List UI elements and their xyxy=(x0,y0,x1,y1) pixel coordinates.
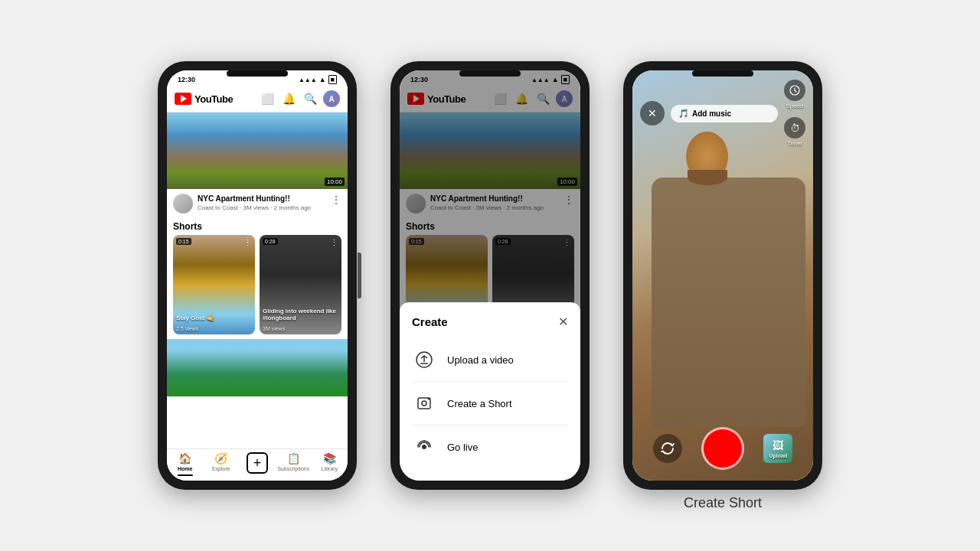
phones-container: 12:30 ▲▲▲ ▲ ■ YouTube xyxy=(158,61,822,490)
channel-avatar-1 xyxy=(173,194,193,214)
spacer-1 xyxy=(167,396,348,448)
record-button[interactable] xyxy=(701,427,744,470)
svg-point-5 xyxy=(422,445,426,449)
phone-notch-2 xyxy=(459,70,521,77)
create-short-icon xyxy=(412,391,436,416)
camera-top-bar: ✕ 🎵 Add music xyxy=(632,70,813,152)
phone-3-screen: ✕ 🎵 Add music xyxy=(632,70,813,481)
speed-icon xyxy=(784,80,805,101)
cast-icon-1[interactable]: ⬜ xyxy=(259,90,276,107)
phone-2-wrapper: 12:30 ▲▲▲ ▲ ■ YouTube xyxy=(390,61,590,490)
upload-thumbnail-button[interactable]: 🖼 Upload xyxy=(763,434,792,463)
nav-library[interactable]: 📚 Library xyxy=(312,452,348,476)
timer-icon: ⏱ xyxy=(784,117,805,139)
phone-1-side-bar xyxy=(358,253,361,298)
youtube-header-1: YouTube ⬜ 🔔 🔍 A xyxy=(167,86,348,112)
timer-label: Timer xyxy=(787,140,802,147)
nav-explore[interactable]: 🧭 Explore xyxy=(203,452,239,476)
plus-button[interactable]: + xyxy=(247,452,268,474)
speed-button[interactable]: Speed xyxy=(784,80,805,109)
explore-nav-label: Explore xyxy=(212,466,230,471)
wifi-icon-1: ▲ xyxy=(319,76,326,83)
thumb-duration-1: 10:00 xyxy=(325,178,345,186)
phone-3: ✕ 🎵 Add music xyxy=(623,61,822,490)
upload-video-label: Upload a video xyxy=(447,354,514,366)
svg-point-3 xyxy=(422,401,426,406)
time-1: 12:30 xyxy=(178,76,195,83)
modal-close-button[interactable]: ✕ xyxy=(558,315,568,329)
add-music-button[interactable]: 🎵 Add music xyxy=(671,105,778,122)
create-short-item[interactable]: Create a Short xyxy=(412,382,568,425)
upload-label: Upload xyxy=(769,453,787,458)
short-more-1[interactable]: ⋮ xyxy=(243,238,252,248)
short-time-2: 0:28 xyxy=(263,238,278,245)
camera-close-button[interactable]: ✕ xyxy=(640,101,665,126)
status-icons-1: ▲▲▲ ▲ ■ xyxy=(299,75,337,84)
nav-plus[interactable]: + xyxy=(239,452,275,476)
shorts-row-1: 0:15 ⋮ Stay Gold 🤙 2.5 views 0:28 ⋮ Glid… xyxy=(167,235,348,334)
shorts-label-1: Shorts xyxy=(167,218,348,235)
battery-icon-1: ■ xyxy=(328,75,337,84)
landscape-thumb-1[interactable] xyxy=(167,339,348,396)
video-info-1: NYC Apartment Hunting!! Coast to Coast ·… xyxy=(167,189,348,218)
add-music-label: Add music xyxy=(692,109,731,118)
yt-play-triangle-1 xyxy=(181,95,187,103)
short-views-2: 3M views xyxy=(263,326,285,331)
yt-logo-text-1: YouTube xyxy=(194,93,233,105)
create-short-text: Create Short xyxy=(684,495,762,511)
home-active-indicator xyxy=(178,474,193,476)
home-nav-label: Home xyxy=(178,466,192,471)
yt-logo-icon-1 xyxy=(175,93,191,105)
explore-nav-icon: 🧭 xyxy=(214,452,227,465)
signal-icon-1: ▲▲▲ xyxy=(299,77,317,83)
speed-label: Speed xyxy=(786,103,803,109)
go-live-icon xyxy=(412,435,436,459)
yt-logo-1: YouTube xyxy=(175,93,233,105)
upload-video-icon xyxy=(412,347,436,372)
flip-camera-button[interactable] xyxy=(653,434,682,463)
upload-thumb-icon: 🖼 xyxy=(773,439,783,452)
short-more-2[interactable]: ⋮ xyxy=(330,238,338,248)
camera-right-controls: Speed ⏱ Timer xyxy=(784,80,805,147)
music-note-icon: 🎵 xyxy=(678,109,689,119)
search-icon-1[interactable]: 🔍 xyxy=(302,90,318,107)
video-title-1: NYC Apartment Hunting!! xyxy=(198,194,326,204)
camera-bottom-bar: 🖼 Upload xyxy=(632,421,813,481)
person-beard xyxy=(688,170,727,185)
short-time-1: 0:15 xyxy=(176,238,191,245)
short-card-2[interactable]: 0:28 ⋮ Gliding into weekend like #longbo… xyxy=(260,235,341,334)
nav-home[interactable]: 🏠 Home xyxy=(167,452,203,476)
phone-1-wrapper: 12:30 ▲▲▲ ▲ ■ YouTube xyxy=(158,61,357,490)
svg-point-4 xyxy=(428,398,430,400)
short-views-1: 2.5 views xyxy=(176,326,198,331)
bottom-nav-1: 🏠 Home 🧭 Explore + 📋 Subscriptions xyxy=(167,448,348,481)
nav-subscriptions[interactable]: 📋 Subscriptions xyxy=(276,452,312,476)
upload-video-item[interactable]: Upload a video xyxy=(412,338,568,382)
phone-notch-1 xyxy=(227,70,288,77)
create-modal: Create ✕ Upload a video xyxy=(400,302,580,481)
library-nav-icon: 📚 xyxy=(323,452,336,465)
video-thumb-1[interactable]: 10:00 xyxy=(167,112,348,189)
short-title-2: Gliding into weekend like #longboard xyxy=(263,308,338,322)
video-meta-1: NYC Apartment Hunting!! Coast to Coast ·… xyxy=(198,194,326,211)
go-live-item[interactable]: Go live xyxy=(412,425,568,468)
phone-2-screen: 12:30 ▲▲▲ ▲ ■ YouTube xyxy=(400,70,580,481)
modal-title: Create xyxy=(412,315,448,328)
person-body xyxy=(652,178,805,427)
more-icon-1[interactable]: ⋮ xyxy=(331,194,341,206)
library-nav-label: Library xyxy=(322,466,338,471)
subscriptions-nav-icon: 📋 xyxy=(287,452,300,465)
home-nav-icon: 🏠 xyxy=(178,452,191,465)
short-card-1[interactable]: 0:15 ⋮ Stay Gold 🤙 2.5 views xyxy=(173,235,255,334)
modal-header: Create ✕ xyxy=(412,315,568,329)
video-sub-1: Coast to Coast · 3M views · 2 months ago xyxy=(198,204,326,211)
bell-icon-1[interactable]: 🔔 xyxy=(280,90,297,107)
phone-2: 12:30 ▲▲▲ ▲ ■ YouTube xyxy=(390,61,590,490)
timer-button[interactable]: ⏱ Timer xyxy=(784,117,805,147)
phone-3-wrapper: ✕ 🎵 Add music xyxy=(623,61,822,490)
avatar-1[interactable]: A xyxy=(323,90,340,107)
phone-1: 12:30 ▲▲▲ ▲ ■ YouTube xyxy=(158,61,357,490)
short-title-1: Stay Gold 🤙 xyxy=(176,315,252,322)
go-live-label: Go live xyxy=(447,442,478,453)
create-short-label: Create a Short xyxy=(447,398,512,409)
